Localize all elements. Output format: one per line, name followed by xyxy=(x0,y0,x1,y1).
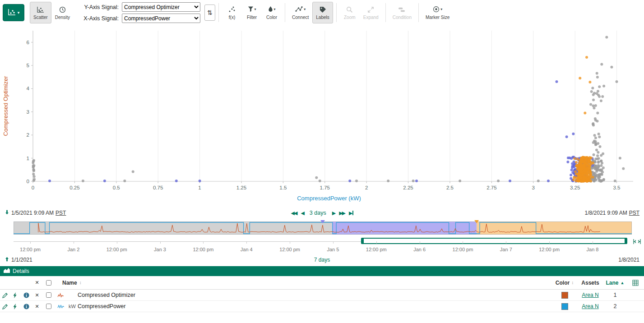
labels-button[interactable]: Labels xyxy=(312,2,333,23)
scrollbar-tick xyxy=(549,241,550,244)
display-range-end-text: 1/8/2021 9:09 AM xyxy=(585,210,627,216)
toolbar: ▾ Scatter Density Y-Axis Signal: Compres… xyxy=(0,0,644,25)
tab-density[interactable]: Density xyxy=(51,2,74,23)
details-title: Details xyxy=(13,268,29,274)
expand-horizontal-icon[interactable] xyxy=(633,238,641,247)
investigate-range-duration[interactable]: 7 days xyxy=(0,257,644,263)
chevron-down-icon: ▾ xyxy=(255,8,256,11)
edit-icon[interactable] xyxy=(0,292,10,298)
step-forward-half-button[interactable]: ▶▶ xyxy=(339,210,345,216)
info-icon[interactable] xyxy=(21,292,32,298)
scrollbar-tick xyxy=(30,241,31,244)
selection-left-handle[interactable] xyxy=(362,239,364,243)
scrollbar-tick xyxy=(333,241,334,244)
chart-type-button[interactable]: ▾ xyxy=(3,4,24,21)
select-all-checkbox[interactable] xyxy=(46,280,51,286)
asset-link[interactable]: Area N xyxy=(582,292,598,298)
scrollbar-tick xyxy=(74,241,74,244)
time-axis-label: Jan 6 xyxy=(413,247,426,252)
table-row-compressedpower: ✕ kW CompressedPower Area N 2 xyxy=(0,301,644,312)
time-scrollbar[interactable] xyxy=(0,237,644,247)
info-icon[interactable] xyxy=(21,304,32,309)
column-header-name[interactable]: Name↕ xyxy=(55,280,552,286)
connect-button[interactable]: ▾ Connect xyxy=(288,2,312,23)
svg-text:6: 6 xyxy=(27,40,29,45)
color-button[interactable]: ▾ Color xyxy=(262,2,282,23)
lane-value: 1 xyxy=(603,292,627,298)
tab-scatter[interactable]: Scatter xyxy=(30,2,51,23)
step-forward-button[interactable]: ▶ xyxy=(332,210,335,216)
time-axis-label: Jan 5 xyxy=(327,247,339,252)
connected-points-icon xyxy=(295,6,303,13)
svg-text:CompressedPower (kW): CompressedPower (kW) xyxy=(297,195,361,202)
y-axis-signal-label: Y-Axis Signal: xyxy=(81,4,119,10)
svg-text:0: 0 xyxy=(27,179,29,184)
display-range-duration[interactable]: 3 days xyxy=(310,210,326,216)
display-range-start[interactable]: 1/5/2021 9:09 AM PST xyxy=(5,209,66,217)
bolt-icon[interactable] xyxy=(10,304,21,309)
time-axis-label: 12:00 pm xyxy=(107,247,127,252)
selection-right-handle[interactable] xyxy=(625,239,626,243)
edit-icon[interactable] xyxy=(0,304,10,309)
step-back-button[interactable]: ◀ xyxy=(301,210,303,216)
clock-icon xyxy=(59,6,66,14)
color-swatch[interactable] xyxy=(561,303,568,310)
timebar-preview[interactable] xyxy=(14,220,632,235)
scrollbar-tick xyxy=(117,241,117,244)
scrollbar-tick xyxy=(246,241,247,244)
display-range-end[interactable]: 1/8/2021 9:09 AM PST xyxy=(585,210,639,216)
remove-icon[interactable]: ✕ xyxy=(32,292,42,298)
bolt-icon[interactable] xyxy=(10,292,21,298)
svg-text:2: 2 xyxy=(27,132,29,138)
step-back-half-button[interactable]: ◀◀ xyxy=(291,210,297,216)
timezone-link[interactable]: PST xyxy=(629,210,639,216)
connect-label: Connect xyxy=(292,15,309,20)
time-axis-label: Jan 4 xyxy=(241,247,253,252)
table-options-icon[interactable] xyxy=(627,280,644,286)
column-header-color[interactable]: Color↕ xyxy=(552,280,577,286)
time-selection[interactable] xyxy=(361,238,627,244)
scrollbar-tick xyxy=(160,241,161,244)
row-checkbox[interactable] xyxy=(46,304,51,309)
sort-icon[interactable]: ↕ xyxy=(571,280,574,285)
toolbar-separator xyxy=(218,3,219,22)
swap-axes-button[interactable]: ⇅ xyxy=(204,5,215,21)
arrow-down-icon xyxy=(5,209,9,217)
sort-ascending-icon: ▲ xyxy=(621,281,625,285)
color-swatch[interactable] xyxy=(561,292,568,299)
chevron-down-icon: ▾ xyxy=(440,8,442,11)
column-header-assets[interactable]: Assets xyxy=(577,280,603,286)
sort-icon[interactable]: ↕ xyxy=(79,280,82,285)
toolbar-separator xyxy=(336,3,337,22)
fx-button[interactable]: f(x) xyxy=(222,2,242,23)
svg-text:3.5: 3.5 xyxy=(613,185,621,190)
timezone-link[interactable]: PST xyxy=(56,210,66,216)
filter-button[interactable]: ▾ Filter xyxy=(242,2,262,23)
scatter-icon xyxy=(37,6,44,14)
column-header-lane[interactable]: Lane▲ xyxy=(603,280,627,286)
expand-label: Expand xyxy=(363,15,379,20)
chevron-down-icon: ▾ xyxy=(304,8,306,11)
step-controls: ◀◀ ◀ 3 days ▶ ▶▶ ▶ xyxy=(264,210,381,216)
remove-all-button[interactable]: ✕ xyxy=(32,280,42,286)
funnel-icon xyxy=(248,6,254,13)
remove-icon[interactable]: ✕ xyxy=(32,304,42,309)
marker-size-button[interactable]: ▾ Marker Size xyxy=(422,2,453,23)
axis-signal-selectors: Y-Axis Signal: Compressed Optimizer X-Ax… xyxy=(81,2,200,23)
details-table-header: ✕ Name↕ Color↕ Assets Lane▲ xyxy=(0,276,644,290)
x-axis-signal-label: X-Axis Signal: xyxy=(81,15,119,22)
scatter-plot[interactable]: 00.250.50.7511.251.51.7522.252.52.7533.2… xyxy=(0,25,644,207)
table-row-compressed-optimizer: ✕ Compressed Optimizer Area N 1 xyxy=(0,290,644,301)
svg-text:0.75: 0.75 xyxy=(153,185,163,190)
fx-label: f(x) xyxy=(229,15,235,20)
time-axis-label: 12:00 pm xyxy=(453,247,473,252)
asset-link[interactable]: Area N xyxy=(582,303,598,309)
x-axis-signal-select[interactable]: CompressedPower xyxy=(122,14,200,23)
display-range-bar: 1/5/2021 9:09 AM PST ◀◀ ◀ 3 days ▶ ▶▶ ▶ … xyxy=(0,207,644,219)
signal-name[interactable]: Compressed Optimizer xyxy=(78,292,552,298)
step-to-end-button[interactable]: ▶ xyxy=(349,210,353,216)
y-axis-signal-select[interactable]: Compressed Optimizer xyxy=(122,2,200,12)
signal-name[interactable]: CompressedPower xyxy=(78,303,552,309)
tab-scatter-label: Scatter xyxy=(33,15,48,20)
row-checkbox[interactable] xyxy=(46,292,51,298)
